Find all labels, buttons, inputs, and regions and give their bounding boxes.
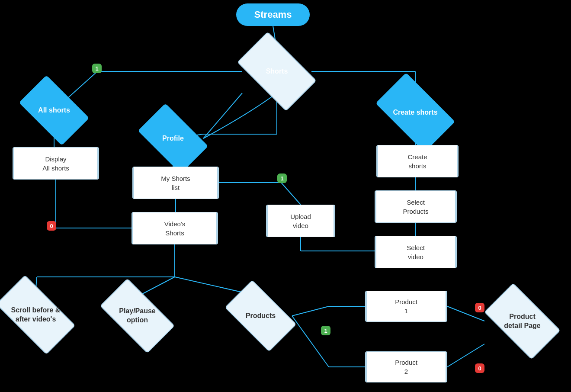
- shorts-label: Shorts: [266, 67, 288, 76]
- my-shorts-rect: My Shorts list: [132, 167, 219, 199]
- play-pause-diamond: Play/Pauseoption: [104, 296, 171, 335]
- products-label: Products: [246, 312, 276, 321]
- display-all-shorts-label: Display All shorts: [42, 154, 69, 173]
- diagram: Streams Shorts All shorts Create shorts …: [0, 0, 571, 392]
- product-detail-diamond: Productdetail Page: [489, 301, 556, 342]
- badge-2: 1: [277, 174, 287, 183]
- shorts-diamond: Shorts: [242, 50, 311, 93]
- select-video-rect: Select video: [375, 236, 457, 268]
- all-shorts-label: All shorts: [38, 106, 70, 115]
- upload-video-label: Upload video: [290, 212, 311, 230]
- videos-shorts-rect: Video's Shorts: [132, 212, 218, 244]
- create-shorts-d-label: Create shorts: [393, 108, 437, 117]
- svg-line-17: [281, 183, 301, 205]
- play-pause-label: Play/Pauseoption: [119, 307, 156, 325]
- select-products-label: Select Products: [403, 198, 428, 216]
- create-shorts-rect: Create shorts: [376, 145, 459, 177]
- my-shorts-label: My Shorts list: [161, 174, 190, 192]
- product-detail-label: Productdetail Page: [504, 312, 540, 331]
- svg-line-28: [292, 316, 329, 367]
- profile-label: Profile: [162, 134, 184, 143]
- svg-line-24: [138, 277, 175, 296]
- product2-label: Product 2: [395, 358, 417, 376]
- product1-label: Product 1: [395, 297, 417, 315]
- streams-node: Streams: [236, 3, 310, 26]
- select-products-rect: Select Products: [375, 190, 457, 223]
- videos-shorts-label: Video's Shorts: [164, 219, 185, 238]
- svg-line-8: [203, 93, 242, 138]
- product1-rect: Product 1: [365, 291, 447, 322]
- all-shorts-diamond: All shorts: [24, 91, 84, 130]
- scroll-before-label: Scroll before &after video's: [11, 306, 61, 324]
- svg-line-26: [292, 306, 329, 316]
- create-shorts-r-label: Create shorts: [407, 152, 427, 170]
- products-diamond: Products: [229, 296, 292, 335]
- badge-1: 1: [92, 64, 102, 73]
- badge-4: 1: [321, 326, 330, 335]
- product2-rect: Product 2: [365, 351, 447, 382]
- streams-label: Streams: [254, 9, 292, 20]
- scroll-before-diamond: Scroll before &after video's: [0, 294, 71, 335]
- upload-video-rect: Upload video: [266, 205, 335, 237]
- badge-6: 0: [475, 363, 484, 373]
- badge-5: 0: [475, 303, 484, 312]
- select-video-label: Select video: [407, 243, 425, 261]
- display-all-shorts-rect: Display All shorts: [13, 147, 99, 180]
- badge-3: 0: [47, 221, 56, 231]
- profile-diamond: Profile: [143, 119, 203, 158]
- create-shorts-diamond: Create shorts: [381, 91, 450, 134]
